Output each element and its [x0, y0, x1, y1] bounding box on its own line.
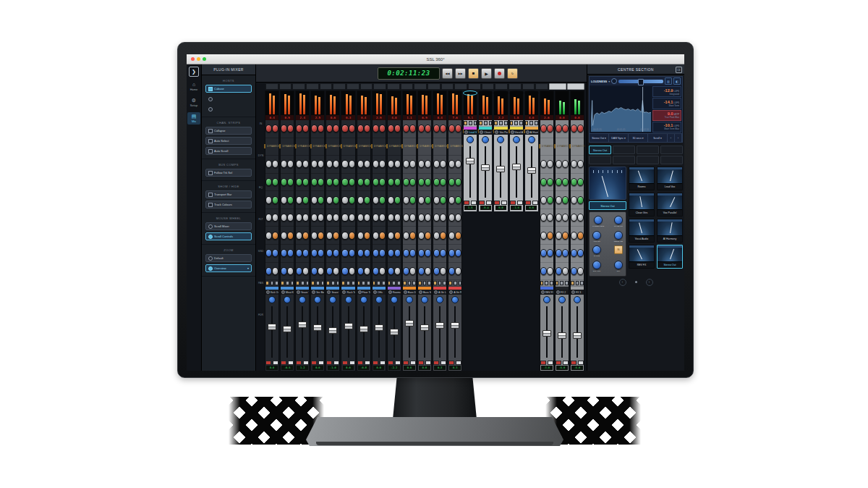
channel-strip-lead-vox[interactable]: 5.1DYNAMICSLead Vox1.5	[463, 91, 477, 96]
route-button[interactable]	[529, 121, 533, 125]
route-button[interactable]	[291, 281, 294, 285]
pan-knob[interactable]	[345, 296, 352, 303]
channel-tab[interactable]	[279, 83, 292, 90]
comp-in-button[interactable]: IN	[614, 245, 623, 254]
route-button[interactable]	[362, 281, 365, 285]
gray-knob[interactable]	[448, 214, 455, 222]
track-select-dot[interactable]	[312, 290, 315, 294]
mute-button[interactable]	[403, 361, 409, 365]
red-knob[interactable]	[547, 125, 553, 132]
channel-strip-vocal-audio[interactable]: 1.8DYNAMICSVocal Audio-1.6	[509, 91, 524, 96]
history-prev-icon[interactable]: ‹	[668, 134, 675, 142]
blue-knob[interactable]	[341, 267, 348, 275]
mute-button[interactable]	[388, 361, 393, 365]
route-button[interactable]	[489, 121, 493, 125]
channel-strip-rooms[interactable]: 4.8DYNAMICSRooms-2.2	[387, 91, 401, 371]
fader-cap[interactable]	[344, 323, 353, 329]
mute-button[interactable]	[494, 201, 500, 205]
fader-track[interactable]	[494, 145, 507, 199]
red-knob[interactable]	[341, 125, 348, 132]
pager-next-icon[interactable]: ›	[646, 279, 653, 286]
fader-cap[interactable]	[359, 326, 368, 332]
sidebar-item-default[interactable]: Default	[205, 254, 252, 262]
gray-knob[interactable]	[556, 232, 562, 240]
pan-knob[interactable]	[497, 136, 504, 143]
route-button[interactable]	[352, 281, 355, 285]
orange-knob[interactable]	[425, 232, 431, 240]
bus-slot-empty[interactable]	[613, 156, 635, 164]
route-button[interactable]	[316, 281, 320, 285]
fader-cap[interactable]	[481, 164, 490, 171]
red-knob[interactable]	[265, 125, 272, 132]
track-select-dot[interactable]	[281, 290, 285, 294]
dynamics-in-button[interactable]	[432, 144, 433, 148]
gray-knob[interactable]	[281, 196, 287, 204]
gray-knob[interactable]	[379, 214, 386, 222]
route-button[interactable]	[367, 281, 370, 285]
fader-track[interactable]	[311, 305, 324, 359]
gray-knob[interactable]	[272, 267, 278, 275]
orange-knob[interactable]	[349, 232, 355, 240]
gray-knob[interactable]	[357, 214, 364, 222]
sidebar-item-scroll-controls[interactable]: Scroll Controls	[205, 232, 252, 240]
dynamics-in-button[interactable]	[279, 144, 281, 148]
route-button[interactable]	[535, 121, 538, 125]
fader-cap[interactable]	[390, 329, 399, 335]
green-knob[interactable]	[302, 178, 309, 186]
channel-tab[interactable]	[401, 83, 414, 90]
gray-knob[interactable]	[540, 232, 547, 240]
track-name-row[interactable]: FX 2	[556, 290, 569, 295]
pan-knob[interactable]	[543, 296, 550, 303]
gray-knob[interactable]	[333, 214, 339, 222]
bus-slot-empty[interactable]	[637, 156, 659, 164]
green-knob[interactable]	[333, 178, 339, 186]
gray-knob[interactable]	[433, 214, 440, 222]
gray-knob[interactable]	[272, 214, 278, 222]
route-button[interactable]	[377, 281, 380, 285]
meter-view-icon[interactable]: ▥	[665, 77, 672, 85]
track-name-row[interactable]: Meat Kick	[281, 290, 294, 295]
gray-knob[interactable]	[311, 232, 318, 240]
blue-knob[interactable]	[571, 267, 577, 275]
dynamics-in-button[interactable]	[341, 144, 342, 148]
pan-knob[interactable]	[314, 296, 321, 303]
channel-strip-kick-out[interactable]: 0.4DYNAMICSKick Out0.0	[265, 91, 279, 371]
track-select-dot[interactable]	[342, 290, 346, 294]
red-knob[interactable]	[433, 125, 440, 132]
gray-knob[interactable]	[287, 214, 294, 222]
red-knob[interactable]	[388, 125, 394, 132]
gray-knob[interactable]	[409, 267, 416, 275]
knob[interactable]	[592, 231, 601, 240]
route-button[interactable]	[412, 281, 416, 285]
gray-knob[interactable]	[341, 160, 348, 168]
green-knob[interactable]	[577, 178, 584, 186]
green-knob[interactable]	[318, 196, 324, 204]
gray-knob[interactable]	[326, 160, 333, 168]
blue-knob[interactable]	[302, 249, 309, 257]
mute-button[interactable]	[525, 201, 531, 205]
green-knob[interactable]	[302, 196, 309, 204]
gray-knob[interactable]	[403, 232, 409, 240]
pan-knob[interactable]	[513, 136, 520, 143]
gray-knob[interactable]	[265, 160, 272, 168]
fader-track[interactable]	[326, 305, 339, 359]
solo-button[interactable]	[517, 201, 523, 205]
green-knob[interactable]	[394, 178, 401, 186]
gray-knob[interactable]	[547, 160, 553, 168]
blue-knob[interactable]	[455, 249, 461, 257]
route-button[interactable]	[464, 121, 467, 125]
gray-knob[interactable]	[388, 160, 394, 168]
bus-meter-stereo-out[interactable]: Stereo Out	[657, 245, 683, 269]
route-button[interactable]	[281, 281, 284, 285]
gray-knob[interactable]	[302, 267, 309, 275]
track-select-dot[interactable]	[511, 130, 514, 134]
track-name-row[interactable]: A Gtr Left	[433, 290, 446, 295]
master-tab[interactable]	[567, 83, 584, 90]
solo-button[interactable]	[532, 201, 538, 205]
gray-knob[interactable]	[326, 196, 333, 204]
gray-knob[interactable]	[440, 160, 446, 168]
route-button[interactable]	[499, 121, 503, 125]
track-name-row[interactable]: FX 3	[571, 290, 584, 295]
green-knob[interactable]	[394, 196, 401, 204]
gray-knob[interactable]	[425, 267, 431, 275]
